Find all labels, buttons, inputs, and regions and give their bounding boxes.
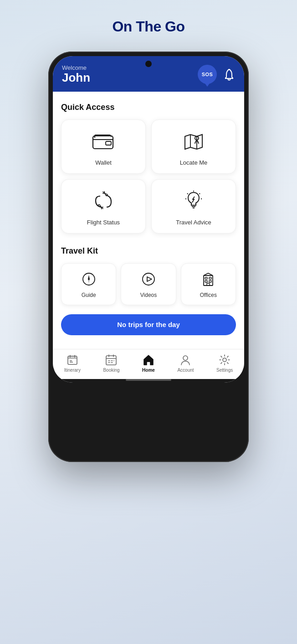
- svg-rect-12: [68, 356, 77, 364]
- phone-shell: Welcome John SOS Quick Access: [48, 52, 249, 462]
- sos-button[interactable]: SOS: [198, 65, 217, 84]
- nav-item-itinerary[interactable]: Itinerary: [61, 354, 84, 373]
- travel-kit-grid: Guide Videos: [61, 263, 236, 305]
- svg-rect-13: [106, 356, 116, 365]
- flight-status-card[interactable]: Flight Status: [61, 179, 146, 234]
- quick-access-title: Quick Access: [61, 103, 236, 112]
- quick-access-section: Quick Access Wallet: [61, 103, 236, 234]
- account-icon: [179, 354, 191, 366]
- flight-status-label: Flight Status: [87, 219, 120, 226]
- main-content: Quick Access Wallet: [53, 92, 244, 349]
- itinerary-nav-label: Itinerary: [64, 368, 81, 373]
- svg-rect-0: [93, 136, 113, 149]
- svg-point-15: [223, 358, 226, 362]
- booking-icon: [105, 354, 117, 366]
- svg-point-5: [143, 273, 154, 285]
- locate-me-icon: [181, 129, 206, 154]
- svg-rect-10: [209, 280, 211, 282]
- settings-nav-label: Settings: [216, 368, 233, 373]
- nav-item-booking[interactable]: Booking: [99, 354, 123, 373]
- booking-nav-label: Booking: [103, 368, 119, 373]
- settings-icon: [219, 354, 230, 366]
- itinerary-icon: [67, 354, 78, 366]
- offices-card[interactable]: Offices: [181, 263, 236, 305]
- home-nav-label: Home: [142, 368, 155, 373]
- travel-kit-title: Travel Kit: [61, 246, 236, 256]
- svg-point-14: [183, 356, 188, 360]
- guide-label: Guide: [82, 292, 96, 298]
- offices-label: Offices: [200, 292, 217, 298]
- welcome-block: Welcome John: [62, 64, 90, 84]
- home-bar: [126, 379, 171, 381]
- guide-card[interactable]: Guide: [61, 263, 116, 305]
- travel-kit-section: Travel Kit Guid: [61, 246, 236, 305]
- guide-icon: [81, 271, 97, 287]
- notifications-button[interactable]: [223, 68, 235, 80]
- locate-me-label: Locate Me: [180, 159, 208, 166]
- videos-icon: [140, 271, 157, 287]
- header-actions: SOS: [198, 65, 235, 84]
- account-nav-label: Account: [177, 368, 194, 373]
- user-name: John: [62, 71, 90, 84]
- home-icon: [143, 354, 154, 366]
- bottom-nav: Itinerary Booking: [53, 349, 244, 379]
- svg-point-4: [88, 278, 90, 280]
- flight-status-icon: [91, 189, 116, 213]
- travel-advice-icon: [181, 189, 206, 213]
- no-trips-text: No trips for the day: [117, 321, 180, 328]
- offices-icon: [200, 271, 216, 287]
- locate-me-card[interactable]: Locate Me: [151, 119, 236, 174]
- videos-card[interactable]: Videos: [121, 263, 176, 305]
- svg-rect-8: [209, 277, 211, 279]
- svg-rect-1: [106, 141, 111, 145]
- travel-advice-label: Travel Advice: [176, 219, 211, 226]
- svg-rect-7: [205, 277, 207, 279]
- welcome-label: Welcome: [62, 64, 90, 71]
- phone-header: Welcome John SOS: [53, 56, 244, 92]
- videos-label: Videos: [140, 292, 157, 298]
- nav-item-home[interactable]: Home: [138, 354, 159, 373]
- nav-item-account[interactable]: Account: [174, 354, 197, 373]
- sos-label: SOS: [202, 72, 213, 77]
- phone-screen: Welcome John SOS Quick Access: [53, 56, 244, 383]
- wallet-card[interactable]: Wallet: [61, 119, 146, 174]
- no-trips-banner[interactable]: No trips for the day: [61, 314, 236, 335]
- notch: [145, 61, 152, 67]
- wallet-icon: [91, 129, 116, 154]
- nav-item-settings[interactable]: Settings: [213, 354, 236, 373]
- svg-rect-9: [205, 280, 207, 282]
- travel-advice-card[interactable]: Travel Advice: [151, 179, 236, 234]
- wallet-label: Wallet: [95, 159, 112, 166]
- app-title: On The Go: [112, 18, 184, 35]
- home-indicator: [53, 379, 244, 383]
- quick-access-grid: Wallet: [61, 119, 236, 234]
